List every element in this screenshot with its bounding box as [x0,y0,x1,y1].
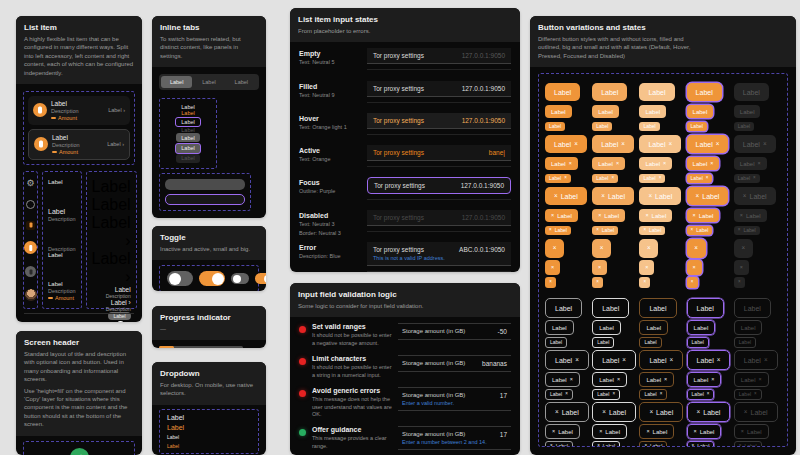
proxy-input[interactable]: Tor proxy settings127.0.0.1:9050 [367,177,511,194]
proxy-input[interactable]: Tor proxy settingsThis is not a valid IP… [367,242,511,266]
filled-sm-label-default-button[interactable]: Label [545,122,565,131]
proxy-input[interactable]: Tor proxy settings127.0.0.1:9050 [367,48,511,64]
outlined-md-label-x-default-button[interactable]: Label× [545,372,580,387]
toggle-small-off[interactable] [231,273,249,284]
outlined-md-label-default-button[interactable]: Label [545,320,574,335]
dropdown-option[interactable]: Label [167,414,251,421]
filled-sm-label-x-pressed-button[interactable]: Label× [639,174,665,183]
filled-lg-icon-hover-button[interactable]: × [592,239,611,258]
filled-lg-label-disabled-button[interactable]: Label [734,83,769,101]
outlined-sm-label-pressed-button[interactable]: Label [639,337,661,348]
storage-input[interactable]: Storage amount (in GB)-50 [398,323,511,340]
filled-md-x-label-focus-button[interactable]: ×Label [687,209,720,222]
outlined-lg-x-label-pressed-button[interactable]: ×Label [639,402,683,422]
outlined-md-label-pressed-button[interactable]: Label [639,320,668,335]
filled-md-x-label-hover-button[interactable]: ×Label [592,209,625,222]
outlined-sm-label-x-hover-button[interactable]: Label× [592,389,620,400]
outlined-sm-x-label-focus-button[interactable]: ×Label [687,441,715,447]
outlined-sm-x-label-pressed-button[interactable]: ×Label [639,441,667,447]
outlined-lg-label-x-hover-button[interactable]: Label× [592,350,636,370]
outlined-sm-label-default-button[interactable]: Label [545,337,567,348]
tab-variant-focus[interactable]: Label [175,117,200,127]
outlined-lg-x-label-hover-button[interactable]: ×Label [592,402,636,422]
outlined-md-label-disabled-button[interactable]: Label [734,320,763,335]
outlined-md-label-hover-button[interactable]: Label [592,320,621,335]
dropdown-option[interactable]: Label [167,434,251,440]
filled-sm-x-label-default-button[interactable]: ×Label [545,226,571,235]
toggle-small-on[interactable] [255,273,266,284]
outlined-sm-label-hover-button[interactable]: Label [592,337,614,348]
tab-2[interactable]: Label [226,76,257,88]
proxy-input[interactable]: Tor proxy settings127.0.0.1:9050 [367,210,511,226]
tab-variant-pill-focus[interactable]: Label [175,143,200,154]
filled-lg-x-label-focus-button[interactable]: ×Label [687,187,729,205]
filled-md-icon-pressed-button[interactable]: × [639,260,654,275]
filled-lg-icon-disabled-button[interactable]: × [734,239,753,258]
outlined-lg-label-focus-button[interactable]: Label [687,298,724,318]
outlined-md-x-label-disabled-button[interactable]: ×Label [734,424,769,439]
filled-lg-x-label-disabled-button[interactable]: ×Label [734,187,776,205]
filled-lg-icon-default-button[interactable]: × [545,239,564,258]
filled-md-x-label-pressed-button[interactable]: ×Label [639,209,672,222]
filled-sm-icon-disabled-button[interactable]: × [734,277,745,288]
filled-sm-label-hover-button[interactable]: Label [592,122,612,131]
outlined-lg-label-x-pressed-button[interactable]: Label× [639,350,683,370]
filled-md-label-default-button[interactable]: Label [545,105,572,118]
filled-sm-icon-hover-button[interactable]: × [592,277,603,288]
filled-md-label-x-default-button[interactable]: Label× [545,157,578,170]
filled-md-label-x-hover-button[interactable]: Label× [592,157,625,170]
filled-lg-icon-pressed-button[interactable]: × [639,239,658,258]
outlined-lg-label-default-button[interactable]: Label [545,298,582,318]
outlined-md-x-label-default-button[interactable]: ×Label [545,424,580,439]
filled-sm-icon-pressed-button[interactable]: × [639,277,650,288]
tab-variant-orange[interactable]: Label [181,110,194,116]
outlined-sm-x-label-default-button[interactable]: ×Label [545,441,573,447]
filled-lg-label-hover-button[interactable]: Label [592,83,627,101]
filled-md-label-hover-button[interactable]: Label [592,105,619,118]
filled-lg-label-x-disabled-button[interactable]: Label× [734,135,776,153]
outlined-md-label-x-hover-button[interactable]: Label× [592,372,627,387]
storage-input[interactable]: Storage amount (in GB)Enter a valid numb… [398,387,511,411]
dropdown-option[interactable]: Label [167,424,251,431]
filled-sm-x-label-disabled-button[interactable]: ×Label [734,226,760,235]
filled-sm-label-x-default-button[interactable]: Label× [545,174,571,183]
filled-sm-label-x-focus-button[interactable]: Label× [687,174,713,183]
outlined-lg-label-hover-button[interactable]: Label [592,298,629,318]
outlined-sm-label-x-pressed-button[interactable]: Label× [639,389,667,400]
outlined-lg-label-pressed-button[interactable]: Label [639,298,676,318]
filled-sm-x-label-focus-button[interactable]: ×Label [687,226,713,235]
right-two-line[interactable]: Label ›Description [106,299,131,312]
filled-lg-icon-focus-button[interactable]: × [687,239,706,258]
filled-sm-x-label-hover-button[interactable]: ×Label [592,226,618,235]
tab-variant-pill-disabled[interactable]: Label [176,154,199,163]
outlined-sm-label-disabled-button[interactable]: Label [734,337,756,348]
proxy-input[interactable]: Tor proxy settings127.0.0.1:9050 [367,81,511,97]
chevron-right-icon[interactable]: › [128,320,130,322]
toggle-big-on[interactable] [199,271,225,286]
tab-variant-pill-bg[interactable]: Label [176,133,199,142]
tab-1[interactable]: Label [193,76,224,88]
filled-lg-label-focus-button[interactable]: Label [687,83,722,101]
outlined-lg-label-disabled-button[interactable]: Label [734,298,771,318]
storage-input[interactable]: Storage amount (in GB)bananas [398,355,511,372]
tab-variant-default[interactable]: Label [181,104,194,110]
filled-lg-label-x-default-button[interactable]: Label× [545,135,587,153]
outlined-lg-label-x-disabled-button[interactable]: Label× [734,350,778,370]
outlined-md-x-label-focus-button[interactable]: ×Label [687,424,722,439]
list-item[interactable]: LabelDescriptionAmountLabel › [28,129,130,160]
outlined-lg-x-label-default-button[interactable]: ×Label [545,402,589,422]
filled-md-label-x-disabled-button[interactable]: Label× [734,157,767,170]
filled-md-label-x-pressed-button[interactable]: Label× [639,157,672,170]
filled-sm-label-disabled-button[interactable]: Label [734,122,754,131]
filled-lg-x-label-default-button[interactable]: ×Label [545,187,587,205]
right-link[interactable]: Label › [92,214,131,250]
outlined-md-label-x-pressed-button[interactable]: Label× [639,372,674,387]
outlined-md-label-x-focus-button[interactable]: Label× [687,372,722,387]
proxy-input[interactable]: Tor proxy settings127.0.0.1:9050 [367,113,511,129]
filled-md-x-label-default-button[interactable]: ×Label [545,209,578,222]
outlined-sm-label-focus-button[interactable]: Label [687,337,709,348]
outlined-md-x-label-hover-button[interactable]: ×Label [592,424,627,439]
filled-md-label-pressed-button[interactable]: Label [639,105,666,118]
outlined-lg-label-x-focus-button[interactable]: Label× [687,350,731,370]
outlined-lg-x-label-focus-button[interactable]: ×Label [687,402,731,422]
